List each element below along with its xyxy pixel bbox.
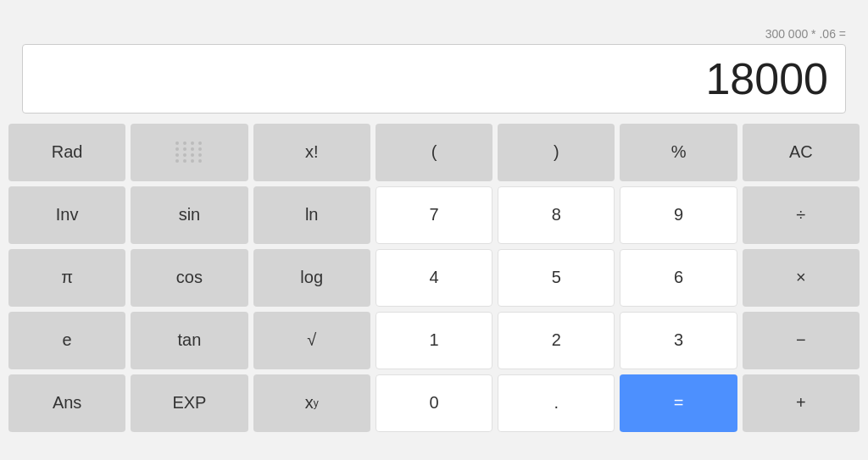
three-button[interactable]: 3 <box>620 312 737 369</box>
sin-button[interactable]: sin <box>131 186 248 244</box>
percent-button[interactable]: % <box>620 124 737 181</box>
decimal-button[interactable]: . <box>498 374 615 432</box>
five-button[interactable]: 5 <box>498 249 615 307</box>
four-button[interactable]: 4 <box>376 249 492 307</box>
button-grid: Radx!()%ACInvsinln789÷πcoslog456×etan√12… <box>8 124 860 432</box>
open-paren-button[interactable]: ( <box>376 124 492 181</box>
clear-button[interactable]: AC <box>743 124 860 181</box>
eight-button[interactable]: 8 <box>498 186 615 244</box>
add-button[interactable]: + <box>743 374 860 432</box>
nine-button[interactable]: 9 <box>620 186 737 244</box>
tan-button[interactable]: tan <box>131 312 248 369</box>
seven-button[interactable]: 7 <box>376 186 492 244</box>
ans-button[interactable]: Ans <box>8 374 125 432</box>
inv-button[interactable]: Inv <box>8 186 125 244</box>
ln-button[interactable]: ln <box>253 186 370 244</box>
zero-button[interactable]: 0 <box>376 374 492 432</box>
six-button[interactable]: 6 <box>620 249 737 307</box>
close-paren-button[interactable]: ) <box>498 124 615 181</box>
grid-button[interactable] <box>131 124 248 181</box>
power-button[interactable]: xy <box>253 374 370 432</box>
calculator: 300 000 * .06 = 18000 Radx!()%ACInvsinln… <box>0 20 868 441</box>
factorial-button[interactable]: x! <box>253 124 370 181</box>
display-area: 300 000 * .06 = 18000 <box>8 20 860 124</box>
cos-button[interactable]: cos <box>131 249 248 307</box>
subtract-button[interactable]: − <box>743 312 860 369</box>
multiply-button[interactable]: × <box>743 249 860 307</box>
exp-button[interactable]: EXP <box>131 374 248 432</box>
e-button[interactable]: e <box>8 312 125 369</box>
expression-display: 300 000 * .06 = <box>22 27 846 41</box>
one-button[interactable]: 1 <box>376 312 492 369</box>
rad-button[interactable]: Rad <box>8 124 125 181</box>
sqrt-button[interactable]: √ <box>253 312 370 369</box>
two-button[interactable]: 2 <box>498 312 615 369</box>
divide-button[interactable]: ÷ <box>743 186 860 244</box>
pi-button[interactable]: π <box>8 249 125 307</box>
log-button[interactable]: log <box>253 249 370 307</box>
equals-button[interactable]: = <box>620 374 737 432</box>
result-display: 18000 <box>22 44 846 114</box>
